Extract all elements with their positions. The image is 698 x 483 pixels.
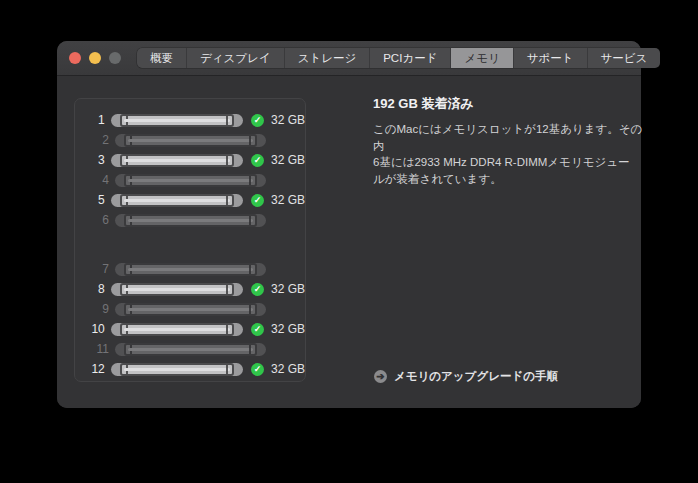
arrow-right-icon: ➔ (374, 370, 387, 383)
dimm-slot-graphic (115, 343, 266, 356)
memory-slot-row-7: 7 (75, 259, 305, 279)
slot-number: 4 (75, 173, 109, 187)
slot-size-label: 32 GB (271, 362, 305, 376)
zoom-button (109, 52, 121, 64)
memory-slot-row-3: 3✓32 GB (75, 150, 305, 170)
memory-slot-row-12: 12✓32 GB (75, 359, 305, 379)
minimize-button[interactable] (89, 52, 101, 64)
traffic-lights (69, 52, 121, 64)
dimm-slot-graphic (111, 323, 243, 336)
memory-slot-row-1: 1✓32 GB (75, 110, 305, 130)
slot-number: 10 (75, 322, 105, 336)
tab-0-概要[interactable]: 概要 (137, 48, 187, 68)
slot-number: 2 (75, 133, 109, 147)
dimm-slot-graphic (111, 283, 243, 296)
system-info-window: 概要ディスプレイストレージPCIカードメモリサポートサービス 1✓32 GB23… (57, 41, 641, 408)
memory-summary-title: 192 GB 装着済み (373, 95, 474, 113)
memory-summary-body: このMacにはメモリスロットが12基あります。その内 6基には2933 MHz … (373, 121, 651, 187)
memory-slot-row-11: 11 (75, 339, 305, 359)
tab-bar: 概要ディスプレイストレージPCIカードメモリサポートサービス (137, 48, 660, 68)
close-button[interactable] (69, 52, 81, 64)
slot-size-label: 32 GB (271, 113, 305, 127)
memory-slot-row-6: 6 (75, 210, 305, 230)
check-circle-icon: ✓ (251, 154, 264, 167)
tab-5-サポート[interactable]: サポート (514, 48, 588, 68)
dimm-slot-graphic (111, 194, 243, 207)
dimm-slot-graphic (111, 363, 243, 376)
dimm-slot-graphic (115, 134, 266, 147)
tab-6-サービス[interactable]: サービス (588, 48, 661, 68)
slot-number: 6 (75, 213, 109, 227)
title-bar: 概要ディスプレイストレージPCIカードメモリサポートサービス (57, 41, 641, 76)
dimm-slot-graphic (115, 174, 266, 187)
slot-number: 3 (75, 153, 105, 167)
check-circle-icon: ✓ (251, 363, 264, 376)
slot-number: 8 (75, 282, 105, 296)
slot-number: 7 (75, 262, 109, 276)
slot-size-label: 32 GB (271, 153, 305, 167)
tab-2-ストレージ[interactable]: ストレージ (285, 48, 371, 68)
check-circle-icon: ✓ (251, 323, 264, 336)
dimm-slot-graphic (111, 114, 243, 127)
dimm-slot-graphic (111, 154, 243, 167)
slot-number: 9 (75, 302, 109, 316)
check-circle-icon: ✓ (251, 194, 264, 207)
dimm-slot-graphic (115, 214, 266, 227)
memory-slot-row-8: 8✓32 GB (75, 279, 305, 299)
memory-slot-row-4: 4 (75, 170, 305, 190)
slot-size-label: 32 GB (271, 322, 305, 336)
slot-size-label: 32 GB (271, 282, 305, 296)
tab-3-PCIカード[interactable]: PCIカード (370, 48, 451, 68)
tab-4-メモリ[interactable]: メモリ (451, 48, 513, 68)
memory-upgrade-link[interactable]: ➔ メモリのアップグレードの手順 (374, 369, 558, 384)
memory-slot-row-9: 9 (75, 299, 305, 319)
slot-number: 12 (75, 362, 105, 376)
tab-1-ディスプレイ[interactable]: ディスプレイ (187, 48, 285, 68)
memory-slot-panel: 1✓32 GB23✓32 GB45✓32 GB678✓32 GB910✓32 G… (74, 98, 306, 382)
memory-slot-row-10: 10✓32 GB (75, 319, 305, 339)
dimm-slot-graphic (115, 303, 266, 316)
slot-size-label: 32 GB (271, 193, 305, 207)
slot-bank-gap (75, 230, 305, 259)
check-circle-icon: ✓ (251, 283, 264, 296)
check-circle-icon: ✓ (251, 114, 264, 127)
memory-slot-row-2: 2 (75, 130, 305, 150)
slot-number: 1 (75, 113, 105, 127)
memory-tab-content: 1✓32 GB23✓32 GB45✓32 GB678✓32 GB910✓32 G… (57, 76, 641, 408)
memory-slot-row-5: 5✓32 GB (75, 190, 305, 210)
slot-number: 5 (75, 193, 105, 207)
dimm-slot-graphic (115, 263, 266, 276)
upgrade-link-label: メモリのアップグレードの手順 (394, 369, 558, 384)
slot-number: 11 (75, 342, 109, 356)
